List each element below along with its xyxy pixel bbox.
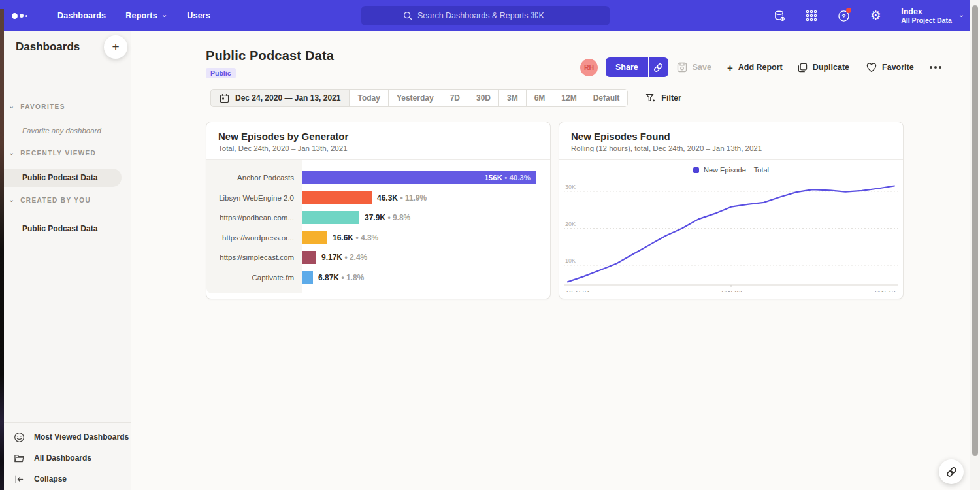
avatar[interactable]: RH <box>580 59 598 76</box>
date-preset-12m[interactable]: 12M <box>553 89 585 107</box>
section-favorites[interactable]: ⌄ FAVORITES <box>8 103 65 110</box>
new-dashboard-button[interactable]: + <box>104 35 127 59</box>
data-management-icon[interactable] <box>773 9 786 22</box>
scrollbar-track[interactable] <box>970 0 980 490</box>
save-button[interactable]: Save <box>677 62 711 73</box>
bar-category-label: Libsyn WebEngine 2.0 <box>206 194 302 202</box>
chevron-down-icon: ⌄ <box>958 12 964 17</box>
help-icon[interactable]: ? <box>837 9 850 22</box>
date-preset-default[interactable]: Default <box>585 89 629 107</box>
nav-users[interactable]: Users <box>187 11 210 20</box>
date-preset-yesterday[interactable]: Yesterday <box>388 89 442 107</box>
card1-header: New Episodes by Generator Total, Dec 24t… <box>206 122 550 160</box>
nav-dashboards[interactable]: Dashboards <box>57 11 106 20</box>
bar-value-label: 6.87K • 1.8% <box>318 273 364 282</box>
search-input[interactable] <box>417 11 568 20</box>
more-options-button[interactable] <box>930 66 941 69</box>
dashboard-actions: RH Share Save + Add Rep <box>580 57 941 77</box>
search-icon <box>403 11 412 20</box>
app-screen: Dashboards Reports ⌄ Users <box>0 0 980 490</box>
project-name: Index <box>901 7 952 16</box>
card2-body: New Episode – Total 30K20K10KDEC 24JAN 0… <box>559 160 903 293</box>
share-button-group: Share <box>606 57 668 77</box>
date-preset-7d[interactable]: 7D <box>442 89 468 107</box>
bar-segment[interactable] <box>302 191 372 204</box>
smiley-icon <box>14 432 25 443</box>
sidebar-item-recent-public-podcast-data[interactable]: Public Podcast Data <box>0 169 122 187</box>
settings-gear-icon[interactable]: ⚙ <box>869 9 882 22</box>
favorites-empty-note: Favorite any dashboard <box>22 127 101 135</box>
plus-icon: + <box>727 62 733 73</box>
apps-grid-icon[interactable] <box>805 9 818 22</box>
duplicate-icon <box>798 63 808 73</box>
sidebar-item-created-public-podcast-data[interactable]: Public Podcast Data <box>0 220 122 238</box>
bar-value-label: 46.3K • 11.9% <box>377 193 427 203</box>
legend-label: New Episode – Total <box>704 166 769 174</box>
heart-icon <box>866 63 877 73</box>
all-dashboards[interactable]: All Dashboards <box>0 448 131 468</box>
link-icon <box>946 466 957 478</box>
chart-legend[interactable]: New Episode – Total <box>559 160 903 176</box>
collapse-sidebar[interactable]: Collapse <box>0 468 131 489</box>
save-icon <box>677 62 687 73</box>
bar-segment[interactable]: 156K • 40.3% <box>302 171 536 184</box>
date-range-button[interactable]: Dec 24, 2020 — Jan 13, 2021 <box>210 89 350 107</box>
filter-button[interactable]: Filter <box>645 93 681 103</box>
bar-category-label: Anchor Podcasts <box>206 174 302 182</box>
bar-row: Captivate.fm6.87K • 1.8% <box>206 268 550 288</box>
scrollbar-thumb[interactable] <box>972 5 978 456</box>
card-new-episodes-by-generator[interactable]: New Episodes by Generator Total, Dec 24t… <box>206 122 551 299</box>
y-axis-tick-label: 30K <box>565 184 576 190</box>
date-preset-30d[interactable]: 30D <box>468 89 499 107</box>
line-series[interactable] <box>568 186 894 282</box>
bar-segment[interactable] <box>302 271 313 284</box>
add-report-button[interactable]: + Add Report <box>727 62 783 73</box>
bar-row: https://simplecast.com9.17K • 2.4% <box>206 248 550 268</box>
sidebar: Dashboards + ⌄ FAVORITES Favorite any da… <box>0 31 131 490</box>
nav-reports-label: Reports <box>125 11 157 20</box>
bar-value-label: 37.9K • 9.8% <box>365 213 410 222</box>
copy-link-button[interactable] <box>649 57 668 77</box>
chevron-down-icon: ⌄ <box>8 197 14 202</box>
date-range-bar: Dec 24, 2020 — Jan 13, 2021 TodayYesterd… <box>210 89 681 107</box>
bar-value-inline: 156K • 40.3% <box>484 174 536 182</box>
sidebar-title: Dashboards <box>16 41 80 54</box>
project-switcher[interactable]: Index All Project Data ⌄ <box>901 7 964 24</box>
bar-row: https://podbean.com...37.9K • 9.8% <box>206 208 550 228</box>
top-navbar: Dashboards Reports ⌄ Users <box>0 0 980 31</box>
x-axis-tick-label: DEC 24 <box>566 289 590 292</box>
chevron-down-icon: ⌄ <box>8 150 14 155</box>
favorite-button[interactable]: Favorite <box>866 63 914 73</box>
collapse-left-icon <box>14 474 25 485</box>
page-title: Public Podcast Data <box>206 48 334 63</box>
nav-reports[interactable]: Reports ⌄ <box>125 11 167 20</box>
section-recently-viewed[interactable]: ⌄ RECENTLY VIEWED <box>8 150 96 157</box>
share-button[interactable]: Share <box>606 57 648 77</box>
bar-row: Libsyn WebEngine 2.046.3K • 11.9% <box>206 188 550 208</box>
date-preset-3m[interactable]: 3M <box>498 89 527 107</box>
date-preset-today[interactable]: Today <box>349 89 388 107</box>
global-search[interactable] <box>361 6 610 25</box>
nav-dashboards-label: Dashboards <box>57 11 106 20</box>
x-axis-tick-label: JAN 13 <box>874 289 896 292</box>
mixpanel-logo-icon[interactable] <box>12 13 38 19</box>
background-window-edge <box>0 9 4 490</box>
bar-segment[interactable] <box>302 211 359 224</box>
y-axis-tick-label: 20K <box>565 221 576 227</box>
most-viewed-dashboards[interactable]: Most Viewed Dashboards <box>0 427 131 448</box>
filter-funnel-icon <box>645 93 655 103</box>
date-presets: TodayYesterday7D30D3M6M12MDefault <box>350 89 628 107</box>
public-badge: Public <box>206 68 236 78</box>
sidebar-footer: Most Viewed Dashboards All Dashboards Co… <box>0 422 131 490</box>
bar-row: https://wordpress.or...16.6K • 4.3% <box>206 228 550 248</box>
card-new-episodes-found[interactable]: New Episodes Found Rolling (12 hours), t… <box>559 122 904 299</box>
line-chart[interactable]: 30K20K10KDEC 24JAN 03JAN 13 <box>564 177 898 292</box>
bar-row: Anchor Podcasts156K • 40.3% <box>206 168 550 188</box>
copy-link-fab[interactable] <box>939 459 964 484</box>
duplicate-button[interactable]: Duplicate <box>798 63 849 73</box>
bar-segment[interactable] <box>302 251 316 264</box>
bar-segment[interactable] <box>302 231 327 244</box>
bar-value-label: 9.17K • 2.4% <box>321 253 367 262</box>
date-preset-6m[interactable]: 6M <box>526 89 554 107</box>
section-created-by-you[interactable]: ⌄ CREATED BY YOU <box>8 197 91 204</box>
